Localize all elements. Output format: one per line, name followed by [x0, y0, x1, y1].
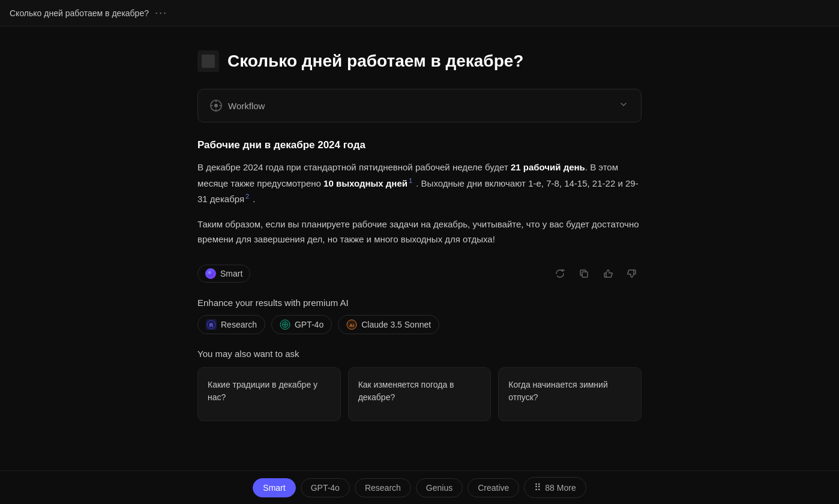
para1-end: . [250, 194, 255, 204]
footnote-1[interactable]: 1 [409, 177, 412, 184]
workflow-left: Workflow [210, 100, 265, 112]
claude-chip-icon: AI [346, 319, 357, 330]
chip-research[interactable]: R Research [197, 315, 265, 334]
tab-smart[interactable]: Smart [253, 478, 295, 497]
svg-point-2 [208, 271, 214, 277]
smart-badge-label: Smart [220, 269, 242, 278]
main-content: Сколько дней работаем в декабре? Workflo… [185, 26, 654, 504]
more-dots-icon: ⠿ [534, 482, 541, 493]
suggestion-card-3[interactable]: Когда начинается зимний отпуск? [498, 367, 642, 421]
answer-paragraph2: Таким образом, если вы планируете рабочи… [197, 217, 642, 247]
refresh-button[interactable] [550, 264, 570, 283]
gpt4o-chip-icon [280, 319, 290, 330]
question-icon-inner [202, 55, 215, 68]
workflow-icon [210, 100, 222, 112]
para1-bold2: 10 выходных дней [323, 178, 407, 188]
copy-button[interactable] [574, 264, 594, 283]
tab-creative[interactable]: Creative [468, 478, 519, 497]
suggestion-card-1[interactable]: Какие традиции в декабре у нас? [197, 367, 341, 421]
topbar-more-button[interactable]: ··· [155, 7, 167, 19]
tab-genius[interactable]: Genius [416, 478, 463, 497]
suggestion-text-2: Как изменяется погода в декабре? [358, 379, 481, 404]
workflow-chevron-icon [618, 99, 629, 112]
chip-gpt4o-label: GPT-4o [295, 320, 323, 329]
para1-pre: В декабре 2024 года при стандартной пяти… [197, 162, 511, 172]
smart-badge-button[interactable]: Smart [197, 265, 250, 283]
svg-rect-3 [582, 272, 588, 277]
response-footer: Smart [197, 264, 642, 283]
svg-text:AI: AI [349, 323, 354, 328]
enhance-title: Enhance your results with premium AI [197, 298, 642, 308]
chip-claude-label: Claude 3.5 Sonnet [361, 320, 431, 329]
suggestions-grid: Какие традиции в декабре у нас? Как изме… [197, 367, 642, 421]
workflow-box[interactable]: Workflow [197, 89, 642, 122]
enhance-section: Enhance your results with premium AI R R… [197, 298, 642, 334]
question-title: Сколько дней работаем в декабре? [227, 50, 523, 72]
tab-more[interactable]: ⠿ 88 More [524, 477, 586, 498]
suggestion-text-1: Какие традиции в декабре у нас? [208, 379, 331, 404]
suggestions-section: You may also want to ask Какие традиции … [197, 349, 642, 421]
tab-gpt4o[interactable]: GPT-4o [301, 478, 350, 497]
smart-badge-icon [205, 268, 216, 279]
question-icon [197, 50, 219, 72]
topbar-title: Сколько дней работаем в декабре? [10, 8, 149, 18]
footnote-2[interactable]: 2 [245, 193, 249, 200]
top-bar: Сколько дней работаем в декабре? ··· [0, 0, 839, 26]
thumbsup-button[interactable] [598, 264, 618, 283]
enhance-chips: R Research GPT-4o [197, 315, 642, 334]
answer-paragraph1: В декабре 2024 года при стандартной пяти… [197, 160, 642, 207]
workflow-label: Workflow [228, 101, 265, 111]
suggestions-title: You may also want to ask [197, 349, 642, 359]
answer-section: Рабочие дни в декабре 2024 года В декабр… [197, 139, 642, 247]
para1-bold1: 21 рабочий день [511, 162, 585, 172]
answer-heading: Рабочие дни в декабре 2024 года [197, 139, 642, 151]
question-header: Сколько дней работаем в декабре? [197, 50, 642, 72]
research-chip-icon: R [206, 319, 217, 330]
chip-claude[interactable]: AI Claude 3.5 Sonnet [338, 315, 439, 334]
chip-gpt4o[interactable]: GPT-4o [271, 315, 332, 334]
tab-more-label: 88 More [545, 483, 576, 493]
svg-point-1 [214, 104, 218, 107]
svg-text:R: R [209, 322, 214, 328]
suggestion-text-3: Когда начинается зимний отпуск? [508, 379, 631, 404]
chip-research-label: Research [221, 320, 257, 329]
tab-research[interactable]: Research [355, 478, 411, 497]
action-icons [550, 264, 642, 283]
bottom-tabs: Smart GPT-4o Research Genius Creative ⠿ … [0, 470, 839, 504]
suggestion-card-2[interactable]: Как изменяется погода в декабре? [348, 367, 492, 421]
thumbsdown-button[interactable] [622, 264, 642, 283]
